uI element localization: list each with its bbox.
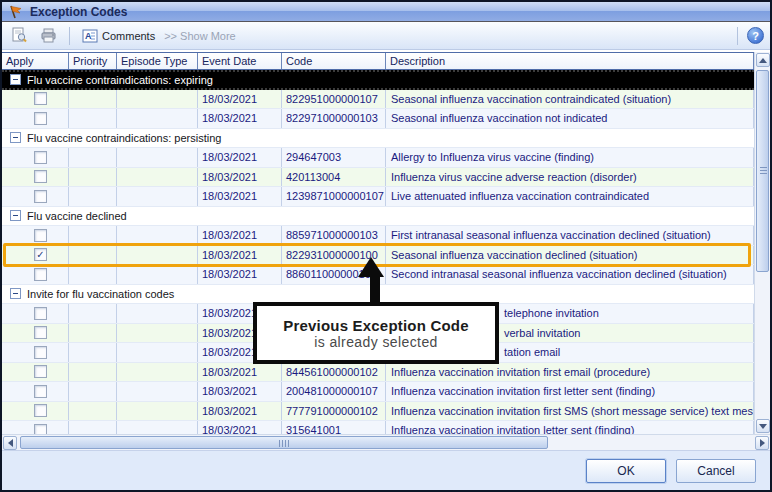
- table-row[interactable]: 18/03/2021 885971000000103 First intrana…: [2, 226, 754, 246]
- print-button[interactable]: [37, 26, 60, 45]
- callout-line1: Previous Exception Code: [283, 317, 468, 334]
- table-row[interactable]: 18/03/2021 822951000000107 Seasonal infl…: [2, 90, 754, 110]
- horizontal-scroll-thumb[interactable]: [20, 436, 548, 449]
- cell-date: 18/03/2021: [198, 226, 282, 245]
- cell-priority: [69, 304, 117, 323]
- collapse-minus-icon[interactable]: [10, 210, 21, 221]
- cell-desc: Influenza vaccination invitation letter …: [386, 421, 754, 434]
- print-preview-button[interactable]: [8, 25, 31, 46]
- apply-checkbox[interactable]: [34, 229, 47, 242]
- col-apply[interactable]: Apply: [2, 53, 69, 69]
- apply-checkbox[interactable]: [34, 404, 47, 417]
- cell-code: 844561000000102: [282, 363, 386, 382]
- group-label: Flu vaccine contraindications: persistin…: [27, 132, 221, 144]
- cell-code: 294647003: [282, 148, 386, 167]
- collapse-minus-icon[interactable]: [10, 74, 21, 85]
- annotation-callout: Previous Exception Code is already selec…: [253, 302, 499, 364]
- cell-priority: [69, 421, 117, 434]
- group-header-row[interactable]: Flu vaccine contraindications: expiring: [2, 70, 754, 90]
- cell-date: 18/03/2021: [198, 402, 282, 421]
- table-row[interactable]: 18/03/2021 822971000000103 Seasonal infl…: [2, 109, 754, 129]
- apply-checkbox[interactable]: [34, 268, 47, 281]
- apply-checkbox[interactable]: [34, 112, 47, 125]
- cell-priority: [69, 324, 117, 343]
- cell-apply: [2, 343, 69, 362]
- cell-desc: Influenza vaccination invitation first l…: [386, 382, 754, 401]
- cell-code: 315641001: [282, 421, 386, 434]
- table-row[interactable]: 18/03/2021 294647003 Allergy to Influenz…: [2, 148, 754, 168]
- col-episode-type[interactable]: Episode Type: [117, 53, 198, 69]
- flag-icon: [8, 5, 24, 19]
- print-icon: [40, 28, 57, 43]
- apply-checkbox[interactable]: [34, 92, 47, 105]
- table-row[interactable]: 18/03/2021 200481000000107 Influenza vac…: [2, 382, 754, 402]
- callout-arrow-head: [358, 257, 384, 277]
- scroll-left-button[interactable]: [3, 436, 17, 450]
- titlebar: Exception Codes: [2, 2, 770, 22]
- apply-checkbox[interactable]: [34, 346, 47, 359]
- collapse-minus-icon[interactable]: [10, 132, 21, 143]
- table-row[interactable]: 18/03/2021 420113004 Influenza virus vac…: [2, 168, 754, 188]
- cell-episode-type: [117, 382, 198, 401]
- show-more-link[interactable]: >> Show More: [164, 30, 236, 42]
- scroll-down-button[interactable]: [756, 419, 770, 433]
- col-code[interactable]: Code: [282, 53, 386, 69]
- table-row[interactable]: 18/03/2021 777791000000102 Influenza vac…: [2, 402, 754, 422]
- vertical-scroll-thumb[interactable]: [756, 70, 769, 272]
- vertical-scrollbar[interactable]: [754, 52, 770, 434]
- table-row[interactable]: 18/03/2021 315641001 Influenza vaccinati…: [2, 421, 754, 434]
- toolbar: A Comments >> Show More ?: [2, 22, 770, 50]
- cell-code: 822951000000107: [282, 90, 386, 109]
- cell-episode-type: [117, 187, 198, 206]
- cancel-button[interactable]: Cancel: [676, 459, 756, 483]
- group-header-row[interactable]: Flu vaccine contraindications: persistin…: [2, 129, 754, 149]
- cell-code: 885971000000103: [282, 226, 386, 245]
- comments-label: Comments: [102, 30, 155, 42]
- cell-priority: [69, 246, 117, 265]
- horizontal-scrollbar[interactable]: [2, 434, 770, 450]
- apply-checkbox[interactable]: [34, 424, 47, 434]
- cell-episode-type: [117, 90, 198, 109]
- cell-apply: [2, 187, 69, 206]
- cell-episode-type: [117, 246, 198, 265]
- table-row[interactable]: 18/03/2021 1239871000000107 Live attenua…: [2, 187, 754, 207]
- scroll-up-button[interactable]: [756, 53, 770, 67]
- group-header-row[interactable]: Flu vaccine declined: [2, 207, 754, 227]
- apply-checkbox[interactable]: [34, 170, 47, 183]
- collapse-minus-icon[interactable]: [10, 288, 21, 299]
- apply-checkbox[interactable]: [34, 190, 47, 203]
- cell-apply: [2, 402, 69, 421]
- dialog-footer: OK Cancel: [2, 450, 770, 490]
- cell-date: 18/03/2021: [198, 90, 282, 109]
- exception-grid: Apply Priority Episode Type Event Date C…: [2, 50, 770, 450]
- col-description[interactable]: Description: [386, 53, 754, 69]
- cell-date: 18/03/2021: [198, 168, 282, 187]
- comments-button[interactable]: A Comments: [79, 27, 158, 45]
- apply-checkbox[interactable]: ✓: [34, 248, 47, 261]
- ok-button[interactable]: OK: [586, 459, 666, 483]
- apply-checkbox[interactable]: [34, 307, 47, 320]
- cell-priority: [69, 382, 117, 401]
- apply-checkbox[interactable]: [34, 385, 47, 398]
- scroll-right-button[interactable]: [755, 436, 769, 450]
- apply-checkbox[interactable]: [34, 365, 47, 378]
- cell-desc: Influenza virus vaccine adverse reaction…: [386, 168, 754, 187]
- cell-apply: [2, 148, 69, 167]
- apply-checkbox[interactable]: [34, 151, 47, 164]
- cell-date: 18/03/2021: [198, 382, 282, 401]
- cell-date: 18/03/2021: [198, 265, 282, 284]
- cell-episode-type: [117, 402, 198, 421]
- cell-episode-type: [117, 148, 198, 167]
- callout-arrow: [370, 276, 380, 303]
- help-icon[interactable]: ?: [747, 27, 764, 44]
- table-row[interactable]: 18/03/2021 844561000000102 Influenza vac…: [2, 363, 754, 383]
- cell-episode-type: [117, 304, 198, 323]
- apply-checkbox[interactable]: [34, 326, 47, 339]
- callout-line2: is already selected: [314, 334, 438, 350]
- cell-episode-type: [117, 343, 198, 362]
- col-event-date[interactable]: Event Date: [198, 53, 282, 69]
- cell-priority: [69, 109, 117, 128]
- cell-apply: [2, 421, 69, 434]
- col-priority[interactable]: Priority: [69, 53, 117, 69]
- comments-icon: A: [82, 29, 98, 43]
